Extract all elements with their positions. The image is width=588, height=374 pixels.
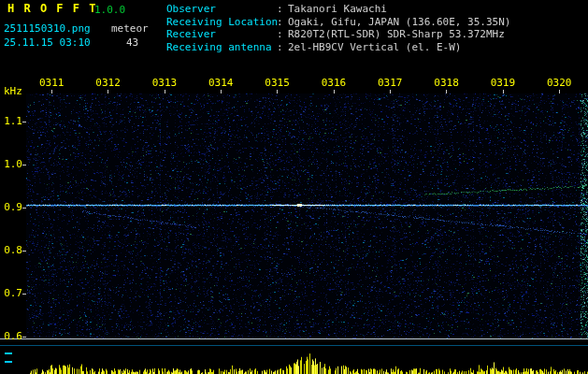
info-separator: : xyxy=(277,16,288,29)
info-label: Observer xyxy=(166,3,277,16)
frequency-tick-label: 0.6 xyxy=(2,331,22,342)
app-version: 1.0.0 xyxy=(94,4,125,16)
time-tick-label: 0314 xyxy=(208,78,234,89)
time-tick-label: 0311 xyxy=(39,78,65,89)
echo-count: 43 xyxy=(126,36,138,49)
time-tick-label: 0317 xyxy=(378,78,403,89)
station-info-row: Receiver:R820T2(RTL-SDR) SDR-Sharp 53.37… xyxy=(166,28,510,41)
station-info-row: Receiving antenna:2el-HB9CV Vertical (el… xyxy=(166,41,510,54)
station-info: Observer:Takanori KawachiReceiving Locat… xyxy=(166,3,510,53)
info-separator: : xyxy=(277,41,288,54)
info-value: 2el-HB9CV Vertical (el. E-W) xyxy=(288,41,461,54)
frequency-unit-label: kHz xyxy=(4,85,22,97)
timestamp: 25.11.15 03:10 xyxy=(4,36,91,49)
app-title: H R O F F T xyxy=(7,3,97,15)
info-value: R820T2(RTL-SDR) SDR-Sharp 53.372MHz xyxy=(288,28,505,41)
info-label: Receiving Location xyxy=(166,16,277,29)
frequency-tick-label: 0.9 xyxy=(2,202,22,213)
info-value: Takanori Kawachi xyxy=(288,3,387,16)
hrofft-window: H R O F F T 1.0.0 2511150310.png meteor … xyxy=(0,0,588,374)
station-info-row: Observer:Takanori Kawachi xyxy=(166,3,510,16)
time-tick-label: 0318 xyxy=(434,78,459,89)
time-tick-label: 0319 xyxy=(491,78,516,89)
info-label: Receiver xyxy=(166,28,277,41)
info-label: Receiving antenna xyxy=(166,41,277,54)
time-tick-label: 0315 xyxy=(265,78,290,89)
station-info-row: Receiving Location:Ogaki, Gifu, JAPAN (1… xyxy=(166,16,510,29)
time-tick-label: 0312 xyxy=(95,78,121,89)
spectrogram-canvas xyxy=(0,0,588,374)
frequency-tick-label: 0.8 xyxy=(2,245,22,256)
info-separator: : xyxy=(277,3,288,16)
time-tick-label: 0313 xyxy=(152,78,178,89)
frequency-tick-label: 0.7 xyxy=(2,288,22,299)
info-value: Ogaki, Gifu, JAPAN (136.60E, 35.35N) xyxy=(288,16,510,29)
frequency-tick-label: 1.0 xyxy=(2,159,22,170)
output-filename: 2511150310.png xyxy=(4,22,91,35)
time-tick-label: 0316 xyxy=(322,78,347,89)
info-separator: : xyxy=(277,28,288,41)
frequency-tick-label: 1.1 xyxy=(2,116,22,127)
time-tick-label: 0320 xyxy=(547,78,572,89)
mode-label: meteor xyxy=(111,22,149,35)
